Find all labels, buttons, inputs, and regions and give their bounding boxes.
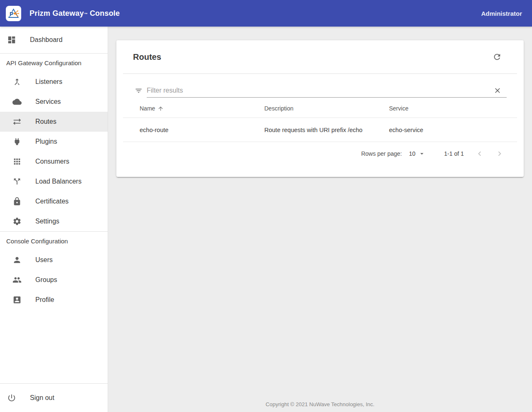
sidebar-item-label: Groups bbox=[35, 276, 57, 284]
app-title: Prizm Gateway™ Console bbox=[30, 9, 120, 18]
call-split-icon bbox=[12, 177, 22, 186]
sidebar-item-users[interactable]: Users bbox=[0, 250, 108, 270]
gear-icon bbox=[12, 216, 22, 226]
routes-card: Routes bbox=[116, 40, 524, 177]
copyright-notice: Copyright © 2021 NuWave Technologies, In… bbox=[108, 401, 532, 407]
main-content: Routes bbox=[108, 27, 532, 412]
trademark: ™ bbox=[84, 12, 88, 16]
person-icon bbox=[12, 255, 22, 265]
user-menu[interactable]: Administrator bbox=[481, 10, 522, 17]
table-row[interactable]: echo-route Route requests with URI prefi… bbox=[123, 118, 517, 142]
route-description-cell: Route requests with URI prefix /echo bbox=[264, 127, 389, 133]
sort-arrow-up-icon bbox=[158, 105, 164, 112]
column-header-service[interactable]: Service bbox=[389, 105, 517, 112]
filter-icon bbox=[135, 87, 143, 96]
cloud-icon bbox=[12, 97, 22, 107]
sidebar: Dashboard API Gateway Configuration List… bbox=[0, 27, 108, 412]
column-header-description[interactable]: Description bbox=[264, 105, 389, 112]
sidebar-item-label: Certificates bbox=[35, 198, 69, 205]
call-merge-icon bbox=[12, 77, 22, 87]
sidebar-item-label: Routes bbox=[35, 118, 57, 125]
sidebar-item-label: Dashboard bbox=[30, 36, 62, 44]
swap-arrows-icon bbox=[12, 117, 22, 127]
app-title-main: Prizm Gateway bbox=[30, 9, 84, 18]
sidebar-item-routes[interactable]: Routes bbox=[0, 112, 108, 132]
table-header-row: Name Description Service bbox=[123, 99, 517, 118]
sidebar-item-listeners[interactable]: Listeners bbox=[0, 72, 108, 92]
sidebar-item-label: Plugins bbox=[35, 138, 57, 145]
sidebar-item-certificates[interactable]: Certificates bbox=[0, 191, 108, 211]
refresh-button[interactable] bbox=[492, 52, 502, 62]
table-pagination: Rows per page: 10 1-1 of 1 bbox=[116, 142, 524, 165]
sidebar-item-label: Listeners bbox=[35, 78, 62, 86]
chevron-left-icon bbox=[475, 149, 484, 158]
refresh-icon bbox=[493, 52, 502, 61]
sidebar-item-settings[interactable]: Settings bbox=[0, 211, 108, 231]
sidebar-item-plugins[interactable]: Plugins bbox=[0, 132, 108, 152]
sign-out-button[interactable]: Sign out bbox=[0, 388, 108, 408]
lock-icon bbox=[12, 196, 22, 206]
people-icon bbox=[12, 275, 22, 285]
chevron-right-icon bbox=[495, 149, 504, 158]
routes-table: Name Description Service echo-route Rout… bbox=[123, 99, 517, 142]
close-icon bbox=[493, 86, 502, 95]
section-header-console-config: Console Configuration bbox=[0, 232, 108, 250]
section-header-api-gateway: API Gateway Configuration bbox=[0, 54, 108, 72]
svg-text:P: P bbox=[10, 11, 13, 17]
prizm-logo-icon: P bbox=[6, 6, 21, 21]
app-title-suffix: Console bbox=[90, 9, 120, 18]
next-page-button[interactable] bbox=[495, 149, 505, 159]
sidebar-item-services[interactable]: Services bbox=[0, 92, 108, 112]
filter-input[interactable] bbox=[147, 87, 493, 94]
dropdown-arrow-icon bbox=[418, 150, 426, 157]
sidebar-item-label: Services bbox=[35, 98, 61, 105]
sidebar-item-profile[interactable]: Profile bbox=[0, 290, 108, 310]
sidebar-item-label: Consumers bbox=[35, 158, 69, 165]
sign-out-label: Sign out bbox=[30, 394, 54, 402]
dashboard-icon bbox=[7, 35, 17, 45]
app-bar: P Prizm Gateway™ Console Administrator bbox=[0, 0, 532, 27]
sidebar-item-load-balancers[interactable]: Load Balancers bbox=[0, 172, 108, 191]
rows-per-page-select[interactable]: 10 bbox=[409, 150, 426, 157]
route-service-cell: echo-service bbox=[389, 127, 517, 133]
previous-page-button[interactable] bbox=[475, 149, 485, 159]
column-header-name[interactable]: Name bbox=[140, 105, 164, 112]
sidebar-item-consumers[interactable]: Consumers bbox=[0, 152, 108, 172]
sidebar-item-dashboard[interactable]: Dashboard bbox=[0, 30, 108, 50]
sidebar-item-label: Settings bbox=[35, 218, 59, 225]
power-icon bbox=[7, 393, 17, 403]
page-title: Routes bbox=[133, 52, 161, 62]
sidebar-item-groups[interactable]: Groups bbox=[0, 270, 108, 290]
route-name-cell: echo-route bbox=[123, 127, 264, 133]
clear-filter-button[interactable] bbox=[493, 86, 502, 95]
sidebar-item-label: Profile bbox=[35, 296, 54, 304]
sidebar-item-label: Load Balancers bbox=[35, 178, 81, 185]
sidebar-item-label: Users bbox=[35, 256, 53, 264]
power-plug-icon bbox=[12, 137, 22, 147]
apps-grid-icon bbox=[12, 157, 22, 167]
account-box-icon bbox=[12, 295, 22, 305]
rows-per-page-label: Rows per page: bbox=[361, 150, 402, 157]
filter-field bbox=[147, 86, 507, 98]
page-range: 1-1 of 1 bbox=[444, 150, 464, 157]
